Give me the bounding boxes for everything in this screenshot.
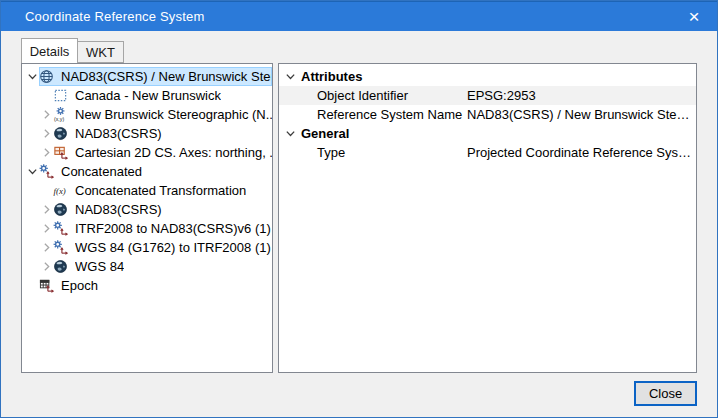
chevron-right-icon[interactable]: [39, 222, 53, 236]
property-group-row[interactable]: Attributes: [279, 67, 696, 86]
property-value: Projected Coordinate Reference System: [467, 145, 696, 160]
property-group-row[interactable]: General: [279, 124, 696, 143]
window-close-icon[interactable]: ×: [671, 2, 717, 32]
tree-item-label: NAD83(CSRS): [75, 126, 162, 141]
property-value: NAD83(CSRS) / New Brunswick Stereogra...: [467, 107, 696, 122]
conversion-icon: (x,y): [53, 107, 68, 122]
transformation-icon: [39, 164, 54, 179]
tree-item[interactable]: f(x)Concatenated Transformation: [22, 181, 272, 200]
chevron-right-icon[interactable]: [39, 127, 53, 141]
chevron-down-icon[interactable]: [25, 70, 39, 84]
chevron-down-icon[interactable]: [279, 128, 301, 139]
tree-item-content[interactable]: ITRF2008 to NAD83(CSRS)v6 (1): [53, 219, 272, 238]
close-button[interactable]: Close: [634, 381, 697, 406]
tree-item-content[interactable]: NAD83(CSRS): [53, 200, 272, 219]
cartesian-cs-icon: [53, 145, 68, 160]
globe-dark-icon: [53, 259, 68, 274]
chevron-down-icon[interactable]: [25, 165, 39, 179]
function-icon: f(x): [53, 183, 68, 198]
globe-dark-icon: [53, 202, 68, 217]
extent-icon: [53, 88, 68, 103]
property-value: EPSG:2953: [467, 88, 696, 103]
epoch-icon: [39, 278, 54, 293]
property-name: Object Identifier: [279, 88, 467, 103]
expander-placeholder: [39, 184, 53, 198]
tree-item-content[interactable]: (x,y)New Brunswick Stereographic (N...: [53, 105, 272, 124]
tree-item-content[interactable]: WGS 84: [53, 257, 272, 276]
title-bar[interactable]: Coordinate Reference System ×: [1, 1, 717, 31]
tree-item-content[interactable]: Cartesian 2D CS. Axes: northing, ...: [53, 143, 272, 162]
tree-item-content[interactable]: Concatenated: [39, 162, 272, 181]
property-group-label: General: [301, 126, 349, 141]
property-name: Reference System Name: [279, 107, 467, 122]
tree-item-content[interactable]: f(x)Concatenated Transformation: [53, 181, 272, 200]
chevron-right-icon[interactable]: [39, 108, 53, 122]
expander-placeholder: [25, 279, 39, 293]
tree-item-label: NAD83(CSRS): [75, 202, 162, 217]
tree-item[interactable]: Canada - New Brunswick: [22, 86, 272, 105]
tree-item-content[interactable]: NAD83(CSRS) / New Brunswick Stere...: [39, 67, 272, 86]
tab-wkt[interactable]: WKT: [78, 41, 124, 63]
tree-item[interactable]: (x,y)New Brunswick Stereographic (N...: [22, 105, 272, 124]
tree-item[interactable]: Epoch: [22, 276, 272, 295]
transformation-icon: [53, 221, 68, 236]
globe-wireframe-icon: [39, 69, 54, 84]
tree-item[interactable]: NAD83(CSRS): [22, 200, 272, 219]
tree-item[interactable]: WGS 84: [22, 257, 272, 276]
tree-item-content[interactable]: WGS 84 (G1762) to ITRF2008 (1): [53, 238, 272, 257]
chevron-right-icon[interactable]: [39, 203, 53, 217]
tree-item[interactable]: WGS 84 (G1762) to ITRF2008 (1): [22, 238, 272, 257]
property-row[interactable]: TypeProjected Coordinate Reference Syste…: [279, 143, 696, 162]
property-name: Type: [279, 145, 467, 160]
tree-item-label: Cartesian 2D CS. Axes: northing, ...: [75, 145, 272, 160]
tree-item-label: NAD83(CSRS) / New Brunswick Stere...: [61, 69, 272, 84]
chevron-right-icon[interactable]: [39, 146, 53, 160]
tree-item[interactable]: NAD83(CSRS): [22, 124, 272, 143]
tree-item-label: Epoch: [61, 278, 98, 293]
tree-item-label: Canada - New Brunswick: [75, 88, 221, 103]
globe-dark-icon: [53, 126, 68, 141]
tree-item[interactable]: Concatenated: [22, 162, 272, 181]
chevron-right-icon[interactable]: [39, 260, 53, 274]
tree-item-label: New Brunswick Stereographic (N...: [75, 107, 272, 122]
tree-item[interactable]: Cartesian 2D CS. Axes: northing, ...: [22, 143, 272, 162]
tree-item-label: ITRF2008 to NAD83(CSRS)v6 (1): [75, 221, 271, 236]
svg-text:f(x): f(x): [53, 186, 65, 196]
transformation-icon: [53, 240, 68, 255]
tab-wkt-label: WKT: [86, 45, 115, 60]
crs-properties-panel: AttributesObject IdentifierEPSG:2953Refe…: [278, 63, 697, 373]
expander-placeholder: [39, 89, 53, 103]
property-row[interactable]: Reference System NameNAD83(CSRS) / New B…: [279, 105, 696, 124]
tree-item-label: WGS 84: [75, 259, 124, 274]
tab-details[interactable]: Details: [21, 38, 78, 63]
crs-tree-panel: NAD83(CSRS) / New Brunswick Stere...Cana…: [21, 63, 273, 373]
tree-item[interactable]: NAD83(CSRS) / New Brunswick Stere...: [22, 67, 272, 86]
chevron-down-icon[interactable]: [279, 71, 301, 82]
tree-item-label: Concatenated: [61, 164, 142, 179]
property-row[interactable]: Object IdentifierEPSG:2953: [279, 86, 696, 105]
tree-item-label: Concatenated Transformation: [75, 183, 246, 198]
window-title: Coordinate Reference System: [1, 9, 205, 24]
tree-item-content[interactable]: NAD83(CSRS): [53, 124, 272, 143]
tree-item-content[interactable]: Canada - New Brunswick: [53, 86, 272, 105]
tree-item[interactable]: ITRF2008 to NAD83(CSRS)v6 (1): [22, 219, 272, 238]
chevron-right-icon[interactable]: [39, 241, 53, 255]
crs-dialog: Coordinate Reference System × Details WK…: [0, 0, 718, 418]
tab-details-label: Details: [30, 44, 70, 59]
tree-item-label: WGS 84 (G1762) to ITRF2008 (1): [75, 240, 271, 255]
tree-item-content[interactable]: Epoch: [39, 276, 272, 295]
property-group-label: Attributes: [301, 69, 362, 84]
svg-text:(x,y): (x,y): [54, 116, 64, 122]
